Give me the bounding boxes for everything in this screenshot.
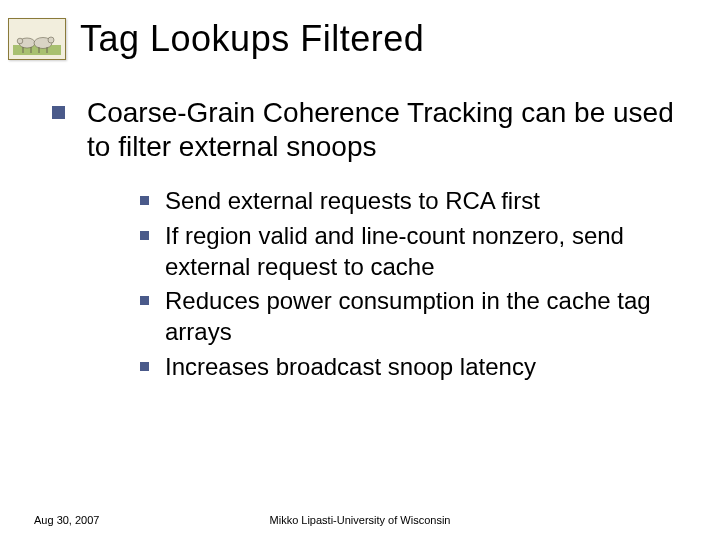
sub-bullet-text: Increases broadcast snoop latency [165,352,536,383]
footer-affiliation: Mikko Lipasti-University of Wisconsin [270,514,451,526]
square-bullet-icon [140,362,149,371]
slide-title: Tag Lookups Filtered [80,18,424,60]
footer-date: Aug 30, 2007 [34,514,99,526]
main-bullet-text: Coarse-Grain Coherence Tracking can be u… [87,96,690,164]
list-item: Reduces power consumption in the cache t… [140,286,690,347]
svg-point-4 [48,37,54,43]
sub-bullet-text: Reduces power consumption in the cache t… [165,286,690,347]
slide-header: Tag Lookups Filtered [0,0,720,60]
list-item: Send external requests to RCA first [140,186,690,217]
square-bullet-icon [140,231,149,240]
sub-bullet-text: If region valid and line-count nonzero, … [165,221,690,282]
slide-body: Coarse-Grain Coherence Tracking can be u… [0,60,720,383]
main-bullet: Coarse-Grain Coherence Tracking can be u… [52,96,690,164]
square-bullet-icon [140,196,149,205]
square-bullet-icon [52,106,65,119]
slide-footer: Aug 30, 2007 Mikko Lipasti-University of… [0,514,720,526]
sub-bullet-text: Send external requests to RCA first [165,186,540,217]
list-item: Increases broadcast snoop latency [140,352,690,383]
square-bullet-icon [140,296,149,305]
list-item: If region valid and line-count nonzero, … [140,221,690,282]
slide: Tag Lookups Filtered Coarse-Grain Cohere… [0,0,720,540]
logo-icon [8,18,66,60]
svg-point-3 [17,38,23,44]
sub-bullet-list: Send external requests to RCA first If r… [52,182,690,382]
